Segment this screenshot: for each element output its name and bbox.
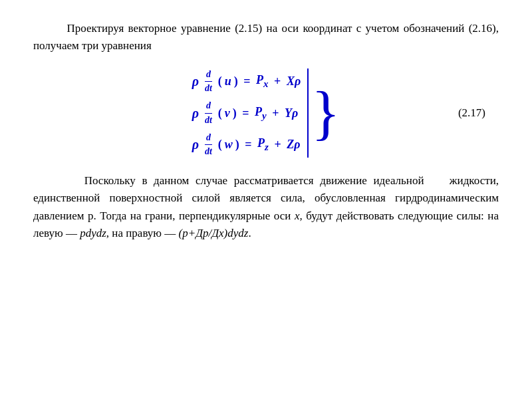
Px-1: Px	[256, 73, 269, 90]
equation-number: (2.17)	[458, 106, 485, 120]
denom-dt-3: dt	[203, 145, 213, 158]
lparen-3: (	[218, 138, 222, 152]
numer-d-3: d	[205, 132, 212, 145]
Yrho-2: Yρ	[285, 106, 298, 120]
denom-dt-1: dt	[203, 82, 213, 94]
eq-equals-1: =	[241, 74, 253, 88]
paragraph-2: Поскольку в данном случае рассматриваетс…	[33, 172, 499, 242]
Xrho-1: Xρ	[287, 74, 301, 88]
system-brace: }	[311, 83, 340, 143]
plus-2: +	[269, 106, 282, 120]
var-v: v	[225, 106, 230, 120]
rparen-1: )	[234, 74, 238, 88]
var-u: u	[225, 74, 231, 88]
denom-dt-2: dt	[203, 114, 213, 126]
equation-row-2: ρ d dt ( v ) = Py + Yρ	[192, 100, 299, 126]
numer-d-2: d	[205, 100, 212, 113]
paragraph-1-text: Проектируя векторное уравнение (2.15) на…	[33, 22, 499, 52]
equation-row-3: ρ d dt ( w ) = Pz + Zρ	[192, 132, 301, 158]
eq-equals-2: =	[239, 106, 252, 120]
Zrho-3: Zρ	[287, 138, 300, 152]
paragraph-2-text: Поскольку в данном случае рассматриваетс…	[33, 174, 499, 239]
equations-system: ρ d dt ( u ) = Px + Xρ ρ	[192, 68, 309, 158]
rparen-2: )	[233, 106, 237, 120]
Pz-3: Pz	[257, 136, 269, 153]
rho-1: ρ	[192, 74, 199, 89]
plus-1: +	[271, 74, 284, 88]
rho-2: ρ	[192, 106, 199, 121]
Py-2: Py	[255, 105, 267, 122]
lparen-2: (	[218, 106, 222, 120]
rho-3: ρ	[192, 137, 199, 152]
paragraph-1: Проектируя векторное уравнение (2.15) на…	[33, 20, 499, 54]
rparen-3: )	[235, 138, 239, 152]
lparen-1: (	[218, 74, 222, 88]
plus-3: +	[271, 138, 284, 152]
numer-d-1: d	[205, 68, 212, 82]
page: Проектируя векторное уравнение (2.15) на…	[0, 0, 532, 399]
equation-row-1: ρ d dt ( u ) = Px + Xρ	[192, 68, 301, 94]
var-w: w	[225, 138, 233, 152]
eq-equals-3: =	[242, 138, 255, 152]
equation-block: ρ d dt ( u ) = Px + Xρ ρ	[33, 68, 499, 158]
